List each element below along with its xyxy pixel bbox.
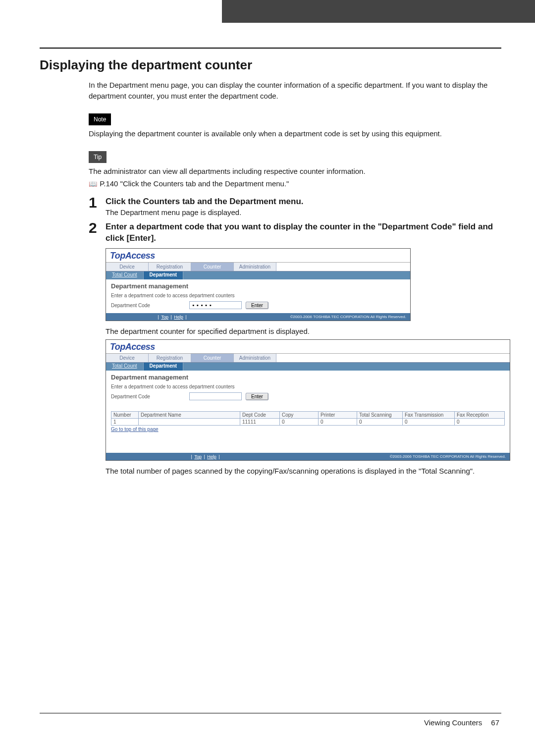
subtab-department-2[interactable]: Department	[144, 363, 184, 371]
tabs-primary: Device Registration Counter Administrati…	[106, 262, 410, 271]
step-2-title: Enter a department code that you want to…	[106, 221, 501, 244]
step-1: 1 Click the Counters tab and the Departm…	[89, 195, 501, 217]
page-footer: Viewing Counters 67	[40, 718, 501, 727]
tab-registration-2[interactable]: Registration	[149, 354, 191, 362]
panel-subtext-2: Enter a department code to access depart…	[111, 384, 505, 389]
footer-link-top-2[interactable]: Top	[193, 454, 203, 459]
tab-counter[interactable]: Counter	[191, 263, 234, 271]
step-2: 2 Enter a department code that you want …	[89, 220, 501, 244]
panel-subtext: Enter a department code to access depart…	[111, 293, 405, 298]
td-fax-transmission: 0	[403, 419, 455, 426]
department-table: Number Department Name Dept Code Copy Pr…	[111, 411, 505, 426]
th-copy: Copy	[280, 412, 319, 419]
footer-link-help-2[interactable]: Help	[206, 454, 217, 459]
panel-title-2: Department management	[111, 374, 505, 381]
tab-registration[interactable]: Registration	[149, 263, 191, 271]
step-1-text: The Department menu page is displayed.	[106, 208, 501, 216]
subtab-department[interactable]: Department	[144, 271, 184, 279]
footer-section: Viewing Counters	[424, 718, 482, 727]
step-1-title: Click the Counters tab and the Departmen…	[106, 196, 501, 208]
tab-counter-2[interactable]: Counter	[191, 354, 234, 362]
dept-code-input-2[interactable]	[189, 392, 242, 400]
th-fax-transmission: Fax Transmission	[403, 412, 455, 419]
tabs-primary-fill	[276, 263, 410, 271]
tab-administration-2[interactable]: Administration	[234, 354, 276, 362]
note-text: Displaying the department counter is ava…	[89, 128, 501, 139]
tabs-secondary-2: Total Count Department	[106, 363, 510, 371]
th-dept-name: Department Name	[139, 412, 240, 419]
tip-reference-text: P.140 "Click the Counters tab and the De…	[100, 179, 289, 188]
tip-reference: 📖 P.140 "Click the Counters tab and the …	[89, 178, 501, 189]
intro-paragraph: In the Department menu page, you can dis…	[89, 80, 501, 102]
after-shot1-text: The department counter for specified dep…	[106, 327, 501, 335]
dept-code-label-2: Department Code	[111, 394, 185, 399]
td-printer: 0	[319, 419, 357, 426]
tab-device-2[interactable]: Device	[106, 354, 149, 362]
th-dept-code: Dept Code	[240, 412, 280, 419]
th-number: Number	[111, 412, 139, 419]
book-icon: 📖	[89, 179, 98, 189]
footer-copyright-2: ©2003-2006 TOSHIBA TEC CORPORATION All R…	[390, 454, 510, 459]
footer-page-number: 67	[491, 718, 499, 727]
td-fax-reception: 0	[455, 419, 505, 426]
footer-copyright: ©2003-2006 TOSHIBA TEC CORPORATION All R…	[290, 315, 410, 319]
dept-code-input[interactable]	[189, 301, 242, 309]
td-copy: 0	[280, 419, 319, 426]
screenshot-1: TopAccess Device Registration Counter Ad…	[106, 248, 411, 321]
tip-text: The administrator can view all departmen…	[89, 166, 501, 177]
app-logo-2: TopAccess	[106, 340, 510, 353]
note-badge: Note	[89, 113, 111, 125]
tab-device[interactable]: Device	[106, 263, 149, 271]
bottom-rule	[40, 713, 501, 713]
top-rule	[40, 48, 501, 49]
tabs-secondary: Total Count Department	[106, 271, 410, 279]
enter-button[interactable]: Enter	[246, 302, 268, 309]
footer-link-top[interactable]: Top	[160, 315, 169, 320]
tabs-primary-2: Device Registration Counter Administrati…	[106, 353, 510, 363]
enter-button-2[interactable]: Enter	[246, 393, 268, 400]
th-fax-reception: Fax Reception	[455, 412, 505, 419]
tabs-primary-fill-2	[276, 354, 510, 362]
tip-badge: Tip	[89, 151, 107, 163]
after-shot2-text: The total number of pages scanned by the…	[106, 467, 501, 475]
table-row: 1 11111 0 0 0 0 0	[111, 419, 505, 426]
go-to-top-link[interactable]: Go to top of this page	[111, 427, 159, 432]
tab-administration[interactable]: Administration	[234, 263, 276, 271]
screenshot-footer-bar-2: | Top | Help | ©2003-2006 TOSHIBA TEC CO…	[106, 453, 510, 460]
td-dept-name	[139, 419, 240, 426]
td-number: 1	[111, 419, 139, 426]
dept-code-label: Department Code	[111, 303, 185, 308]
footer-link-help[interactable]: Help	[173, 315, 184, 320]
td-dept-code: 11111	[240, 419, 280, 426]
screenshot-footer-bar: | Top | Help | ©2003-2006 TOSHIBA TEC CO…	[106, 313, 410, 321]
page-heading: Displaying the department counter	[40, 57, 501, 73]
table-header-row: Number Department Name Dept Code Copy Pr…	[111, 412, 505, 419]
app-logo: TopAccess	[106, 249, 410, 262]
subtab-total-count[interactable]: Total Count	[106, 271, 144, 279]
step-1-number: 1	[89, 195, 106, 210]
th-total-scanning: Total Scanning	[357, 412, 403, 419]
panel-title: Department management	[111, 282, 405, 290]
header-dark-band	[222, 0, 535, 23]
th-printer: Printer	[319, 412, 357, 419]
screenshot-2: TopAccess Device Registration Counter Ad…	[106, 339, 510, 461]
subtab-total-count-2[interactable]: Total Count	[106, 363, 144, 371]
step-2-number: 2	[89, 220, 106, 235]
td-total-scanning: 0	[357, 419, 403, 426]
